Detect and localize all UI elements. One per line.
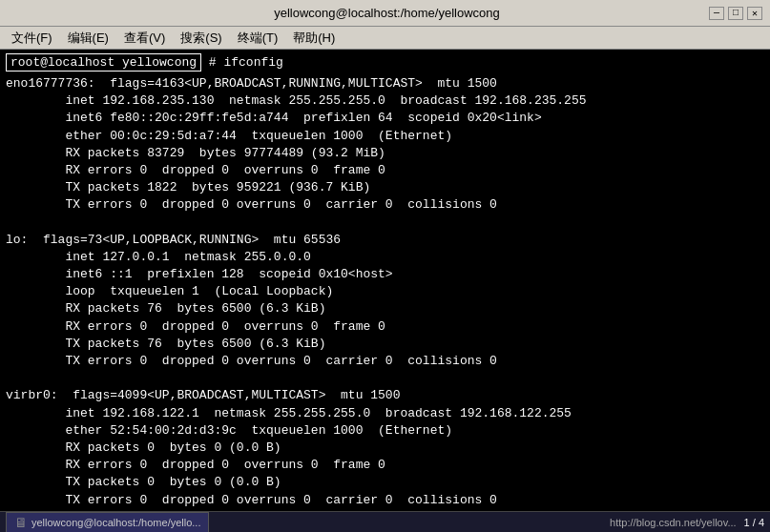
menu-bar: 文件(F) 编辑(E) 查看(V) 搜索(S) 终端(T) 帮助(H) (0, 27, 770, 50)
maximize-button[interactable]: □ (728, 7, 743, 20)
taskbar-right: http://blog.csdn.net/yellov... 1 / 4 (610, 517, 764, 528)
taskbar-item[interactable]: 🖥 yellowcong@localhost:/home/yello... (6, 512, 209, 533)
taskbar-label: yellowcong@localhost:/home/yello... (31, 517, 200, 528)
command-text: # ifconfig (201, 55, 283, 70)
menu-edit[interactable]: 编辑(E) (60, 28, 116, 49)
terminal-output: eno16777736: flags=4163<UP,BROADCAST,RUN… (6, 75, 764, 509)
url-text: http://blog.csdn.net/yellov... (610, 517, 736, 528)
page-indicator: 1 / 4 (744, 517, 764, 528)
menu-terminal[interactable]: 终端(T) (230, 28, 286, 49)
menu-file[interactable]: 文件(F) (4, 28, 60, 49)
menu-view[interactable]: 查看(V) (116, 28, 173, 49)
minimize-button[interactable]: — (709, 7, 724, 20)
title-bar: yellowcong@localhost:/home/yellowcong — … (0, 0, 770, 27)
prompt-box: root@localhost yellowcong (6, 53, 201, 72)
menu-search[interactable]: 搜索(S) (173, 28, 229, 49)
close-button[interactable]: ✕ (747, 7, 762, 20)
menu-help[interactable]: 帮助(H) (285, 28, 343, 49)
bottom-bar: 🖥 yellowcong@localhost:/home/yello... ht… (0, 511, 770, 532)
command-line: root@localhost yellowcong # ifconfig (6, 53, 764, 72)
window-controls: — □ ✕ (709, 7, 762, 20)
window-title: yellowcong@localhost:/home/yellowcong (65, 6, 709, 20)
terminal-area[interactable]: root@localhost yellowcong # ifconfig eno… (0, 50, 770, 511)
